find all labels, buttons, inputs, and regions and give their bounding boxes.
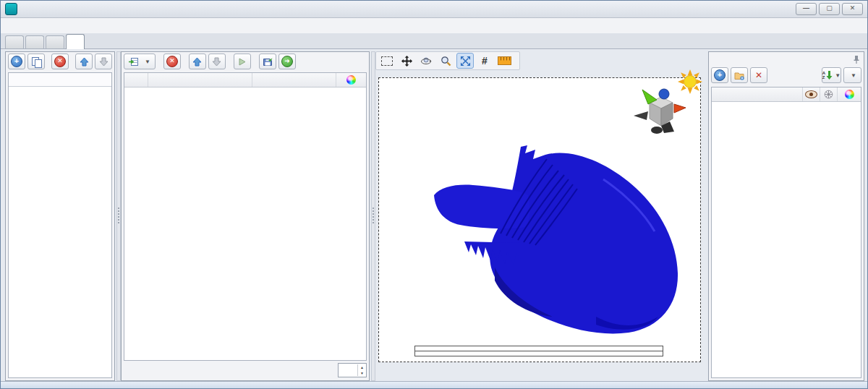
viewport-panel: # [375,51,705,381]
add-icon: + [11,56,22,67]
eye-icon [805,90,817,98]
save-solid-button[interactable] [259,54,276,69]
layers-tools-button[interactable]: ▼ [843,67,861,83]
solid-set-panel: + ✕ [5,51,115,381]
arrow-up-icon [192,57,202,67]
play-icon [237,57,247,67]
pin-icon[interactable] [853,55,860,64]
column-operation[interactable] [148,73,252,87]
viewport-toolbar: # [375,51,520,70]
title-bar[interactable]: — ▢ ✕ [1,1,867,18]
chevron-down-icon: ▼ [145,59,150,65]
layers-grid [711,87,861,378]
tab-solid-lab[interactable] [66,34,85,49]
zoom-button[interactable] [437,53,454,69]
move-operation-up-button[interactable] [189,54,206,69]
new-folder-button[interactable] [731,67,748,83]
save-export-icon [263,57,273,67]
shading-wheel-icon [824,90,833,99]
delete-set-button[interactable]: ✕ [51,54,69,69]
select-rectangle-button[interactable] [378,53,396,69]
copy-icon [32,57,41,67]
close-button[interactable]: ✕ [842,3,863,15]
tab-setup[interactable] [5,35,24,48]
ruler-icon [498,56,511,65]
tab-report[interactable] [46,35,64,48]
pan-icon [401,56,412,67]
column-shading[interactable] [820,87,837,101]
tab-designer[interactable] [25,35,44,48]
move-set-down-button[interactable] [95,54,112,69]
add-icon: + [714,69,726,81]
chevron-down-icon: ▼ [851,72,856,79]
delete-icon: ✕ [166,56,178,67]
minimize-button[interactable]: — [796,3,817,15]
go-button[interactable]: ➜ [278,54,296,69]
tab-strip [1,33,867,49]
selection-rect-icon [381,56,393,66]
arrow-down-icon [212,57,221,67]
operations-panel: ▼ ✕ [121,51,370,381]
run-operations-button[interactable] [234,54,251,69]
go-arrow-icon: ➜ [281,56,293,67]
sort-az-icon: AZ [822,71,825,80]
color-wheel-icon [845,90,854,99]
grid-size-footer: ▲▼ [124,362,367,378]
grid-icon: # [482,55,488,67]
column-color[interactable] [336,73,366,87]
layers-header-row [712,87,861,102]
status-strip [1,381,867,388]
menu-bar [1,18,867,33]
sort-layers-button[interactable]: AZ ▼ [822,67,841,83]
arrow-up-icon [80,57,89,67]
grid-size-input[interactable]: ▲▼ [338,363,367,377]
solid-set-toolbar: + ✕ [6,52,114,71]
fit-arrows-icon [460,56,471,67]
maximize-button[interactable]: ▢ [819,3,840,15]
add-operation-icon [129,57,139,67]
layers-panel: + ✕ AZ ▼ ▼ [708,51,864,381]
orbit-icon [420,56,432,67]
sort-arrow-icon [826,71,833,80]
column-inputs[interactable] [252,73,336,87]
app-window: — ▢ ✕ + ✕ [0,0,868,389]
menu-file[interactable] [7,25,20,27]
arrow-down-icon [99,57,109,67]
layers-toolbar: + ✕ AZ ▼ ▼ [709,66,864,85]
duplicate-set-button[interactable] [27,54,45,69]
operations-toolbar: ▼ ✕ [122,52,369,71]
chevron-down-icon: ▼ [835,72,841,79]
color-wheel-icon [346,75,356,85]
delete-x-icon: ✕ [755,70,762,80]
move-set-up-button[interactable] [75,54,93,69]
ruler-button[interactable] [495,53,513,69]
operations-table-header [124,73,366,87]
delete-icon: ✕ [54,56,66,67]
menu-help[interactable] [35,25,48,27]
column-visibility[interactable] [802,87,820,101]
viewport-3d-canvas[interactable] [378,77,701,362]
grid-toggle-button[interactable]: # [476,53,493,69]
pan-button[interactable] [398,53,415,69]
app-icon [5,3,17,15]
solid-set-table [8,72,112,378]
add-layer-button[interactable]: + [711,67,728,83]
operations-table [124,72,367,361]
move-operation-down-button[interactable] [208,54,226,69]
sun-icon [676,69,705,94]
add-set-button[interactable]: + [8,54,25,69]
solid-set-header [9,73,111,87]
new-folder-icon [734,71,745,80]
magnifier-icon [441,56,451,67]
delete-operation-button[interactable]: ✕ [163,54,181,69]
column-color[interactable] [837,87,861,101]
spinner-arrows[interactable]: ▲▼ [357,364,366,376]
delete-layer-button[interactable]: ✕ [750,67,767,83]
menu-tools[interactable] [21,25,34,27]
orbit-button[interactable] [417,53,435,69]
fit-to-view-button[interactable] [456,53,474,69]
add-operation-button[interactable]: ▼ [124,54,156,69]
